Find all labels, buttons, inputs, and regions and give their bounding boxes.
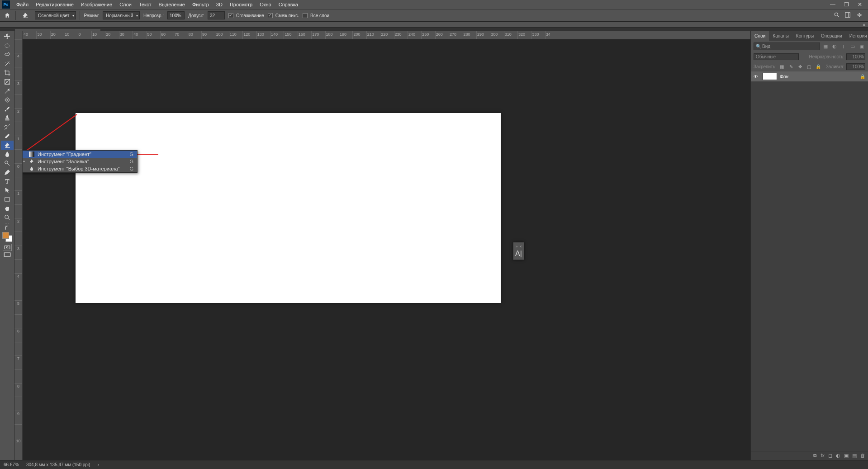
filter-image-icon[interactable]: ▦ bbox=[822, 43, 829, 50]
lock-brush-icon[interactable]: ✎ bbox=[787, 63, 795, 70]
home-icon[interactable] bbox=[3, 11, 12, 19]
fx-icon[interactable]: fx bbox=[821, 453, 825, 459]
folder-icon[interactable]: ▣ bbox=[844, 453, 849, 459]
opacity-panel-input[interactable]: 100% bbox=[846, 53, 865, 60]
type-tool[interactable] bbox=[1, 177, 14, 186]
layer-locked-icon[interactable]: 🔒 bbox=[860, 74, 865, 79]
shape-tool[interactable] bbox=[1, 195, 14, 204]
healing-tool[interactable] bbox=[1, 95, 14, 104]
menu-select[interactable]: Выделение bbox=[155, 1, 189, 8]
menu-edit[interactable]: Редактирование bbox=[32, 1, 77, 8]
collapse-icon[interactable]: » bbox=[516, 244, 518, 249]
marquee-tool[interactable] bbox=[1, 41, 14, 50]
blend-mode-select[interactable]: Обычные bbox=[754, 53, 799, 60]
gradient-bucket-tool[interactable] bbox=[1, 141, 14, 150]
tab-history[interactable]: История bbox=[846, 31, 868, 41]
antialias-checkbox[interactable]: ✓ bbox=[228, 13, 233, 18]
window-restore[interactable]: ❐ bbox=[840, 0, 853, 9]
crop-tool[interactable] bbox=[1, 68, 14, 77]
eyedropper-tool[interactable] bbox=[1, 86, 14, 95]
layer-thumbnail[interactable] bbox=[763, 73, 777, 80]
stamp-tool[interactable] bbox=[1, 114, 14, 123]
tab-paths[interactable]: Контуры bbox=[792, 31, 817, 41]
zoom-level[interactable]: 66.67% bbox=[4, 462, 19, 467]
menu-3d[interactable]: 3D bbox=[213, 1, 226, 8]
lasso-tool[interactable] bbox=[1, 50, 14, 59]
opacity-input[interactable]: 100% bbox=[167, 11, 185, 19]
menu-type[interactable]: Текст bbox=[135, 1, 155, 8]
menu-view[interactable]: Просмотр bbox=[226, 1, 256, 8]
mask-icon[interactable]: ◻ bbox=[828, 453, 832, 459]
zoom-tool[interactable] bbox=[1, 213, 14, 222]
tab-actions[interactable]: Операции bbox=[817, 31, 846, 41]
move-tool[interactable] bbox=[1, 32, 14, 41]
tab-layers[interactable]: Слои bbox=[751, 31, 769, 41]
tab-channels[interactable]: Каналы bbox=[769, 31, 792, 41]
contiguous-checkbox[interactable]: ✓ bbox=[268, 13, 273, 18]
visibility-icon[interactable]: 👁 bbox=[754, 74, 760, 79]
wand-tool[interactable] bbox=[1, 59, 14, 68]
lock-artboard-icon[interactable]: ▢ bbox=[806, 63, 813, 70]
menu-window[interactable]: Окно bbox=[256, 1, 275, 8]
screen-mode-icon[interactable] bbox=[1, 251, 14, 258]
layer-item-background[interactable]: 👁 Фон 🔒 bbox=[751, 71, 868, 81]
share-icon[interactable] bbox=[855, 12, 862, 19]
color-swatches[interactable] bbox=[2, 232, 12, 242]
path-select-tool[interactable] bbox=[1, 186, 14, 195]
menu-image[interactable]: Изображение bbox=[77, 1, 116, 8]
new-layer-icon[interactable]: ▤ bbox=[852, 453, 857, 459]
swap-colors-icon[interactable] bbox=[1, 226, 14, 231]
work-area[interactable]: Инструмент "Градиент" G • Инструмент "За… bbox=[23, 39, 750, 460]
dodge-tool[interactable] bbox=[1, 159, 14, 168]
frame-tool[interactable] bbox=[1, 77, 14, 86]
vertical-ruler[interactable]: 4321012345678910111213 bbox=[14, 39, 23, 460]
current-tool-icon[interactable] bbox=[19, 11, 31, 20]
fill-input[interactable]: 100% bbox=[846, 63, 865, 70]
document-canvas[interactable] bbox=[76, 113, 501, 303]
horizontal-ruler[interactable]: 4030201001020304050607080901001101201301… bbox=[23, 31, 750, 39]
window-minimize[interactable]: — bbox=[826, 0, 839, 9]
document-dimensions[interactable]: 304,8 мм x 135,47 мм (150 ppi) bbox=[26, 462, 90, 467]
menu-layers[interactable]: Слои bbox=[116, 1, 135, 8]
glyphs-panel[interactable]: »× A| bbox=[513, 242, 524, 260]
menu-file[interactable]: Файл bbox=[13, 1, 32, 8]
blur-tool[interactable] bbox=[1, 150, 14, 159]
pen-tool[interactable] bbox=[1, 168, 14, 177]
workspace-icon[interactable] bbox=[844, 12, 851, 19]
antialias-option[interactable]: ✓Сглаживание bbox=[228, 13, 264, 18]
fill-source-dropdown[interactable]: Основной цвет bbox=[35, 11, 76, 19]
filter-type-icon[interactable]: T bbox=[840, 43, 847, 50]
close-icon[interactable]: × bbox=[520, 244, 522, 249]
ruler-origin[interactable] bbox=[14, 31, 23, 39]
lock-position-icon[interactable]: ✥ bbox=[797, 63, 804, 70]
lock-all-icon[interactable]: 🔒 bbox=[815, 63, 822, 70]
filter-adjust-icon[interactable]: ◐ bbox=[831, 43, 838, 50]
contiguous-option[interactable]: ✓Смеж.пикс. bbox=[268, 13, 299, 18]
all-layers-option[interactable]: Все слои bbox=[303, 13, 329, 18]
status-more-icon[interactable]: › bbox=[97, 462, 99, 467]
collapse-icon[interactable]: « bbox=[863, 22, 865, 27]
tolerance-input[interactable]: 32 bbox=[208, 11, 225, 19]
menu-filter[interactable]: Фильтр bbox=[189, 1, 213, 8]
quick-mask-toggle[interactable] bbox=[3, 244, 12, 251]
adjustment-icon[interactable]: ◐ bbox=[836, 453, 840, 459]
window-close[interactable]: ✕ bbox=[854, 0, 866, 9]
menu-help[interactable]: Справка bbox=[275, 1, 302, 8]
trash-icon[interactable]: 🗑 bbox=[860, 453, 865, 459]
lock-pixels-icon[interactable]: ▦ bbox=[778, 63, 786, 70]
flyout-3d-material-tool[interactable]: Инструмент "Выбор 3D-материала" G bbox=[23, 165, 137, 172]
search-icon[interactable] bbox=[834, 12, 840, 19]
history-brush-tool[interactable] bbox=[1, 123, 14, 132]
hand-tool[interactable] bbox=[1, 204, 14, 213]
brush-tool[interactable] bbox=[1, 104, 14, 114]
flyout-bucket-tool[interactable]: • Инструмент "Заливка" G bbox=[23, 158, 137, 165]
blend-mode-dropdown[interactable]: Нормальный bbox=[103, 11, 140, 19]
all-layers-checkbox[interactable] bbox=[303, 13, 308, 18]
eraser-tool[interactable] bbox=[1, 132, 14, 141]
filter-smart-icon[interactable]: ▣ bbox=[858, 43, 865, 50]
link-icon[interactable]: ⧉ bbox=[813, 453, 817, 459]
foreground-color[interactable] bbox=[2, 232, 9, 239]
layer-search[interactable]: 🔍 Вид bbox=[754, 43, 820, 50]
layer-name[interactable]: Фон bbox=[780, 74, 857, 79]
flyout-gradient-tool[interactable]: Инструмент "Градиент" G bbox=[23, 151, 137, 158]
